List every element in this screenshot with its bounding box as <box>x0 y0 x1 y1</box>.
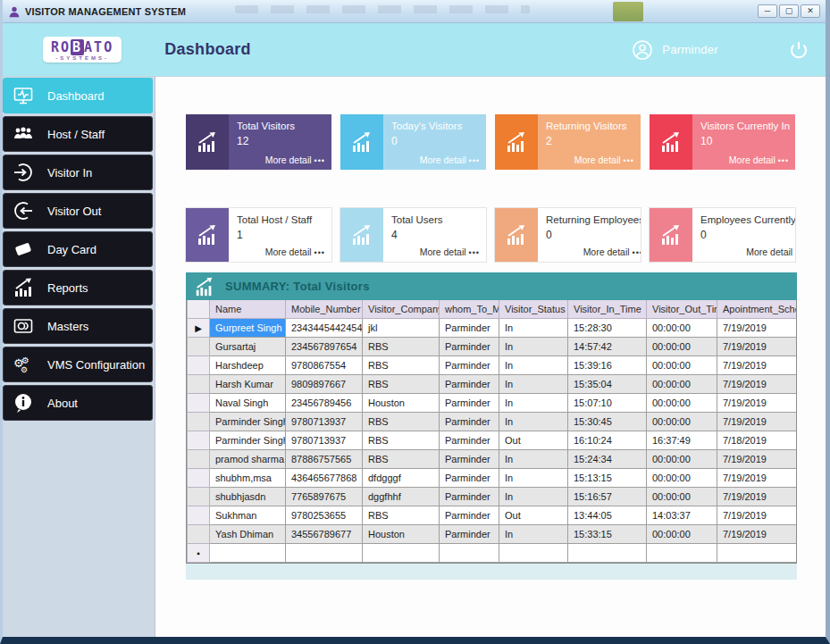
user-menu[interactable]: Parminder <box>632 39 718 61</box>
table-cell[interactable]: In <box>499 319 568 338</box>
table-cell[interactable]: 7/19/2019 <box>717 469 798 488</box>
table-cell[interactable]: Parminder <box>440 525 499 544</box>
table-cell[interactable]: 9780253655 <box>286 506 363 525</box>
stat-card-total-host-staff[interactable]: Total Host / Staff1More detail ••• <box>186 208 331 262</box>
table-cell[interactable] <box>363 544 440 563</box>
table-cell[interactable]: 7765897675 <box>286 488 363 506</box>
table-cell[interactable]: 00:00:00 <box>647 525 717 544</box>
stat-card-total-visitors[interactable]: Total Visitors12More detail ••• <box>186 114 331 170</box>
table-cell[interactable]: Parminder <box>440 506 499 525</box>
table-cell[interactable]: dfdgggf <box>363 469 440 488</box>
table-cell[interactable]: 15:30:45 <box>568 413 647 431</box>
table-cell[interactable]: 15:24:34 <box>568 450 647 469</box>
table-cell[interactable]: RBS <box>363 506 440 525</box>
sidebar-item-vms-configuration[interactable]: ⚙⚙⚙VMS Configuration <box>3 347 153 382</box>
sidebar-item-host-staff[interactable]: Host / Staff <box>3 116 153 152</box>
more-detail-link[interactable]: More detail ••• <box>420 247 480 257</box>
power-icon[interactable] <box>788 39 809 61</box>
table-cell[interactable]: 00:00:00 <box>647 375 717 394</box>
table-cell[interactable]: Parminder Singh <box>210 431 286 450</box>
table-cell[interactable] <box>286 544 363 563</box>
table-cell[interactable]: 15:35:04 <box>568 375 647 394</box>
table-cell[interactable]: Parminder <box>440 356 499 375</box>
stat-card-returning-visitors[interactable]: Returning Visitors2More detail ••• <box>495 114 641 170</box>
table-cell[interactable]: 7/19/2019 <box>717 525 798 544</box>
table-cell[interactable]: In <box>499 394 568 413</box>
table-cell[interactable]: 23456789456 <box>286 394 363 413</box>
table-cell[interactable]: RBS <box>363 431 440 450</box>
table-cell[interactable]: 9780713937 <box>286 431 363 450</box>
table-cell[interactable]: jkl <box>363 319 440 338</box>
table-cell[interactable]: 7/19/2019 <box>717 375 798 394</box>
table-cell[interactable]: Houston <box>363 525 440 544</box>
table-cell[interactable] <box>499 544 568 563</box>
maximize-button[interactable]: ▢ <box>779 4 799 18</box>
table-cell[interactable]: pramod sharma <box>210 450 286 469</box>
table-cell[interactable]: 7/19/2019 <box>717 488 798 506</box>
table-cell[interactable]: 15:07:10 <box>568 394 647 413</box>
close-button[interactable]: ✕ <box>801 4 820 18</box>
table-cell[interactable]: Parminder <box>440 450 499 469</box>
column-header-whom-to-meet[interactable]: whom_To_Meet <box>440 300 499 319</box>
row-selector[interactable] <box>188 488 210 506</box>
table-cell[interactable]: RBS <box>363 450 440 469</box>
row-selector[interactable] <box>188 394 210 413</box>
table-cell[interactable]: 15:33:15 <box>568 525 647 544</box>
table-cell[interactable]: 7/19/2019 <box>717 450 798 469</box>
table-cell[interactable]: Sukhman <box>210 506 286 525</box>
table-cell[interactable]: shubhjasdn <box>210 488 286 506</box>
row-selector[interactable]: ▶ <box>188 319 210 338</box>
table-cell[interactable]: 00:00:00 <box>647 338 717 356</box>
sidebar-item-masters[interactable]: Masters <box>3 308 153 344</box>
table-cell[interactable]: Parminder <box>440 338 499 356</box>
stat-card-total-users[interactable]: Total Users4More detail ••• <box>340 208 486 262</box>
table-cell[interactable] <box>568 544 647 563</box>
table-cell[interactable]: In <box>499 450 568 469</box>
table-cell[interactable]: 00:00:00 <box>647 356 717 375</box>
table-cell[interactable]: Parminder <box>440 431 499 450</box>
table-cell[interactable]: Harsh Kumar <box>210 375 286 394</box>
table-cell[interactable]: In <box>499 356 568 375</box>
table-cell[interactable]: 234567897654 <box>286 338 363 356</box>
table-cell[interactable]: 13:44:05 <box>568 506 647 525</box>
table-cell[interactable]: Parminder Singh <box>210 413 286 431</box>
row-selector[interactable] <box>188 356 210 375</box>
stat-card-visitors-currently-in[interactable]: Visitors Currently In10More detail ••• <box>650 114 795 170</box>
table-cell[interactable]: Out <box>499 506 568 525</box>
table-cell[interactable]: RBS <box>363 413 440 431</box>
row-selector[interactable] <box>188 375 210 394</box>
column-header-mobile-number[interactable]: Mobile_Number <box>286 300 363 319</box>
table-cell[interactable]: 9780867554 <box>286 356 363 375</box>
sidebar-item-visitor-in[interactable]: Visitor In <box>3 155 153 190</box>
stat-card-returning-employees[interactable]: Returning Employees0More detail ••• <box>495 208 641 262</box>
table-cell[interactable]: Houston <box>363 394 440 413</box>
more-detail-link[interactable]: More detail ••• <box>574 155 634 165</box>
column-header-visitor-in-time[interactable]: Visitor_In_Time <box>568 300 647 319</box>
table-cell[interactable]: Parminder <box>440 488 499 506</box>
table-cell[interactable]: 9780713937 <box>286 413 363 431</box>
row-selector[interactable] <box>188 413 210 431</box>
table-cell[interactable]: 15:28:30 <box>568 319 647 338</box>
table-cell[interactable]: 00:00:00 <box>647 394 717 413</box>
table-cell[interactable]: 2343445442454 <box>286 319 363 338</box>
table-cell[interactable]: 34556789677 <box>286 525 363 544</box>
table-cell[interactable] <box>210 544 286 563</box>
table-cell[interactable]: RBS <box>363 356 440 375</box>
table-cell[interactable]: 87886757565 <box>286 450 363 469</box>
table-cell[interactable]: 14:57:42 <box>568 338 647 356</box>
table-cell[interactable]: 7/19/2019 <box>717 413 798 431</box>
table-cell[interactable]: shubhm,msa <box>210 469 286 488</box>
table-cell[interactable]: In <box>499 375 568 394</box>
table-cell[interactable]: Yash Dhiman <box>210 525 286 544</box>
minimize-button[interactable]: ─ <box>758 4 777 18</box>
row-selector[interactable] <box>188 338 210 356</box>
more-detail-link[interactable]: More detail ••• <box>746 247 795 257</box>
table-cell[interactable]: 16:10:24 <box>568 431 647 450</box>
table-cell[interactable]: Harshdeep <box>210 356 286 375</box>
table-cell[interactable]: 00:00:00 <box>647 488 717 506</box>
table-cell[interactable] <box>717 544 798 563</box>
table-cell[interactable]: 7/19/2019 <box>717 394 798 413</box>
table-cell[interactable]: Parminder <box>440 394 499 413</box>
more-detail-link[interactable]: More detail ••• <box>420 155 480 165</box>
table-cell[interactable]: In <box>499 525 568 544</box>
